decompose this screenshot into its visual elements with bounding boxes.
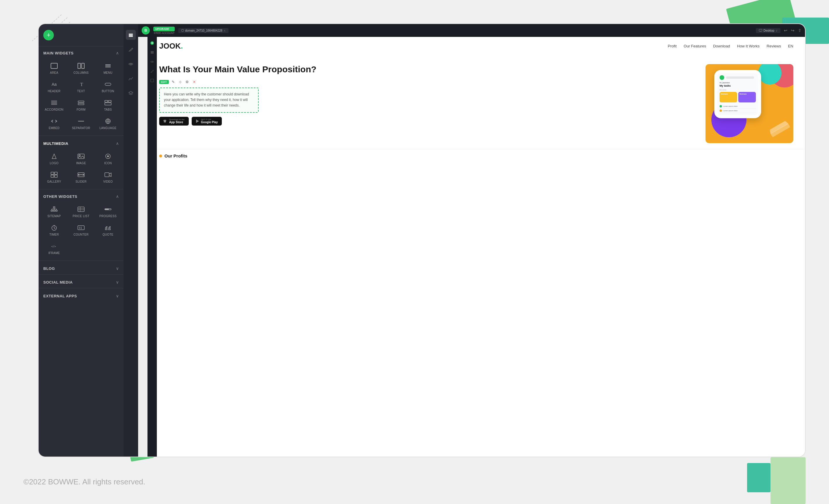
widget-embed[interactable]: EMBED (41, 114, 67, 132)
edit-move-icon[interactable]: ⊹ (178, 79, 183, 84)
sidebar-divider-1 (39, 136, 123, 136)
undo-icon[interactable]: ↩ (784, 28, 787, 33)
nav-features[interactable]: Our Features (684, 44, 706, 48)
hero-right: Hi Jasmine My tasks Recently Wireframe W… (706, 64, 793, 143)
widget-logo[interactable]: LOGO (41, 149, 67, 167)
widget-button[interactable]: BUTTON (95, 77, 121, 95)
canvas-add-icon[interactable] (149, 40, 155, 46)
multimedia-section-header[interactable]: MULTIMEDIA ∧ (39, 137, 123, 148)
widget-menu[interactable]: MENU (95, 59, 121, 77)
video-label: VIDEO (103, 180, 113, 183)
widget-separator[interactable]: SEPARATOR (68, 114, 94, 132)
header-label: HEADER (48, 89, 60, 93)
edit-button[interactable]: EDIT (159, 80, 169, 84)
app-store-button[interactable]: Download on the App Store (159, 117, 189, 125)
profits-dot (159, 154, 162, 157)
main-widgets-section-header[interactable]: MAIN WIDGETS ∧ (39, 46, 123, 58)
slider-icon (77, 171, 85, 179)
widget-slider[interactable]: SLIDER (68, 168, 94, 186)
widget-price-list[interactable]: PRICE LIST (68, 202, 94, 220)
edit-settings-icon[interactable]: ⚙ (185, 79, 190, 84)
strip-pen-icon[interactable] (126, 44, 136, 55)
widget-video[interactable]: VIDEO (95, 168, 121, 186)
share-icon[interactable]: ⇧ (798, 28, 801, 33)
sidebar: + MAIN WIDGETS ∧ AREA COLUMNS (39, 24, 123, 457)
header-icon: Aa (51, 80, 57, 88)
widget-accordion[interactable]: ACCORDION (41, 96, 67, 114)
canvas-layers-icon[interactable] (149, 49, 155, 56)
phone-card-2: Wireframe (738, 92, 756, 102)
widget-form[interactable]: FORM (68, 96, 94, 114)
widget-gallery[interactable]: GALLERY (41, 168, 67, 186)
nav-download[interactable]: Download (713, 44, 730, 48)
strip-chart-icon[interactable] (126, 74, 136, 84)
nav-language[interactable]: EN (788, 44, 793, 48)
add-widget-button[interactable]: + (43, 30, 54, 40)
multimedia-title: MULTIMEDIA (43, 141, 69, 146)
desktop-selector[interactable]: Desktop ∨ (756, 28, 781, 33)
widget-language[interactable]: LANGUAGE (95, 114, 121, 132)
phone-header (720, 75, 756, 80)
widget-tabs[interactable]: TABS (95, 96, 121, 114)
svg-marker-64 (129, 91, 133, 94)
nav-profit[interactable]: Profit (668, 44, 677, 48)
sitemap-label: SITEMAP (47, 215, 61, 218)
text-block-selected[interactable]: Here you can write why the customer shou… (159, 87, 259, 113)
timer-label: TIMER (49, 233, 59, 236)
widget-iframe[interactable]: </> IFRAME (41, 239, 67, 257)
widget-counter[interactable]: 01 COUNTER (68, 221, 94, 239)
svg-text:01: 01 (79, 226, 82, 229)
widget-header[interactable]: Aa HEADER (41, 77, 67, 95)
google-play-icon (196, 119, 199, 123)
accordion-label: ACCORDION (45, 108, 64, 111)
phone-mockup: Hi Jasmine My tasks Recently Wireframe W… (714, 70, 761, 118)
separator-icon (77, 117, 85, 125)
tabs-label: TABS (104, 108, 112, 111)
other-widgets-section-header[interactable]: OTHER WIDGETS ∧ (39, 190, 123, 201)
play-store-button[interactable]: GET IT ON Google Play (192, 117, 222, 125)
list-dot-1 (720, 105, 722, 107)
image-label: IMAGE (76, 161, 86, 165)
strip-eye-icon[interactable] (126, 59, 136, 69)
blog-title: BLOG (43, 266, 55, 271)
redo-icon[interactable]: ↪ (791, 28, 794, 33)
main-widgets-grid: AREA COLUMNS MENU Aa HEADER (39, 58, 123, 134)
phone-recently: Recently (720, 89, 756, 91)
widget-area[interactable]: AREA (41, 59, 67, 77)
external-apps-section-header[interactable]: EXTERNAL APPS ∨ (39, 289, 123, 300)
edit-pen-icon[interactable]: ✎ (171, 79, 176, 84)
quote-icon (104, 224, 112, 232)
area-icon (50, 62, 58, 70)
other-widgets-grid: SITEMAP PRICE LIST PROGRESS (39, 201, 123, 259)
edit-delete-icon[interactable]: ✕ (192, 79, 197, 84)
svg-rect-15 (78, 101, 84, 102)
widget-icon-widget[interactable]: ICON (95, 149, 121, 167)
widget-text[interactable]: T TEXT (68, 77, 94, 95)
external-apps-chevron: ∨ (116, 294, 119, 298)
social-media-section-header[interactable]: SOCIAL MEDIA ∨ (39, 276, 123, 287)
widget-timer[interactable]: TIMER (41, 221, 67, 239)
apple-icon (163, 119, 167, 123)
monitor-icon (759, 29, 762, 32)
domain-badge[interactable]: domain_24710_1664804228 ∧ (178, 28, 228, 33)
phone-list-item-1: Lorem ipsum dolor (720, 104, 756, 109)
footer-text: ©2022 BOWWE. All rights reserved. (24, 477, 145, 487)
upgrade-label: UPGRADE (153, 27, 175, 31)
upgrade-section[interactable]: UPGRADE FREE ACCOUNT (153, 27, 175, 35)
strip-layers2-icon[interactable] (126, 88, 136, 98)
widget-image[interactable]: IMAGE (68, 149, 94, 167)
site-nav-links: Profit Our Features Download How It Work… (668, 44, 793, 48)
svg-point-65 (181, 29, 184, 32)
nav-reviews[interactable]: Reviews (767, 44, 781, 48)
strip-layers-icon[interactable] (126, 30, 136, 40)
svg-rect-73 (151, 53, 154, 53)
widget-sitemap[interactable]: SITEMAP (41, 202, 67, 220)
tabs-icon (104, 99, 112, 107)
icon-widget-icon (104, 152, 112, 160)
nav-how-it-works[interactable]: How It Works (737, 44, 760, 48)
blog-section-header[interactable]: BLOG ∨ (39, 262, 123, 273)
widget-quote[interactable]: QUOTE (95, 221, 121, 239)
hero-section: What Is Your Main Value Proposition? EDI… (147, 55, 805, 149)
widget-columns[interactable]: COLUMNS (68, 59, 94, 77)
widget-progress[interactable]: PROGRESS (95, 202, 121, 220)
